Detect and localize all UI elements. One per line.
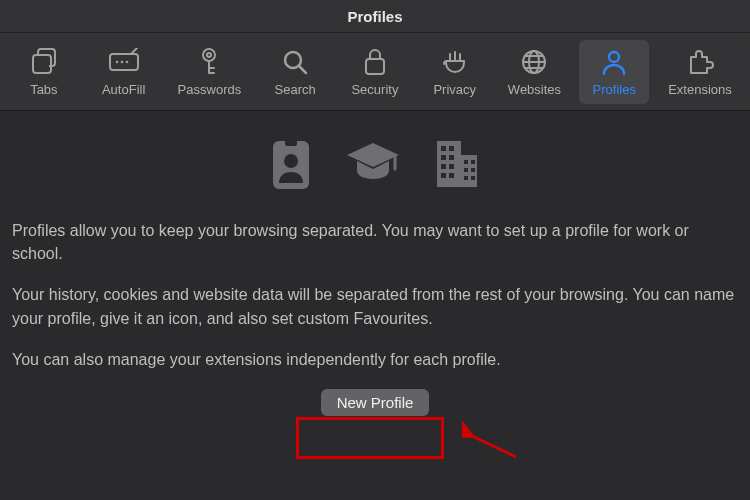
tab-label: Extensions bbox=[668, 82, 732, 97]
svg-rect-29 bbox=[464, 176, 468, 180]
tab-search[interactable]: Search bbox=[260, 40, 330, 104]
tab-label: Websites bbox=[508, 82, 561, 97]
badge-icon bbox=[271, 139, 311, 191]
new-profile-button[interactable]: New Profile bbox=[321, 389, 430, 416]
profiles-description-3: You can also manage your extensions inde… bbox=[12, 348, 738, 371]
svg-line-31 bbox=[470, 435, 516, 457]
svg-rect-17 bbox=[441, 146, 446, 151]
tabs-icon bbox=[28, 46, 60, 78]
tab-label: AutoFill bbox=[102, 82, 145, 97]
svg-rect-22 bbox=[449, 164, 454, 169]
svg-rect-0 bbox=[33, 55, 51, 73]
profiles-content: Profiles allow you to keep your browsing… bbox=[0, 111, 750, 500]
profiles-description-2: Your history, cookies and website data w… bbox=[12, 283, 738, 329]
svg-rect-27 bbox=[464, 168, 468, 172]
annotation-arrow bbox=[462, 417, 522, 463]
svg-rect-23 bbox=[441, 173, 446, 178]
preferences-window: Profiles Tabs AutoFill bbox=[0, 0, 750, 500]
svg-point-6 bbox=[207, 53, 211, 57]
privacy-icon bbox=[439, 46, 471, 78]
svg-rect-18 bbox=[449, 146, 454, 151]
svg-point-14 bbox=[284, 154, 298, 168]
tab-privacy[interactable]: Privacy bbox=[420, 40, 490, 104]
svg-rect-13 bbox=[285, 139, 297, 146]
svg-point-4 bbox=[125, 61, 128, 64]
svg-rect-8 bbox=[366, 59, 384, 74]
svg-rect-20 bbox=[449, 155, 454, 160]
websites-icon bbox=[518, 46, 550, 78]
search-icon bbox=[279, 46, 311, 78]
autofill-icon bbox=[108, 46, 140, 78]
passwords-icon bbox=[193, 46, 225, 78]
svg-rect-30 bbox=[471, 176, 475, 180]
tab-label: Security bbox=[351, 82, 398, 97]
preferences-toolbar: Tabs AutoFill bbox=[0, 33, 750, 111]
extensions-icon bbox=[684, 46, 716, 78]
svg-rect-26 bbox=[471, 160, 475, 164]
svg-rect-24 bbox=[449, 173, 454, 178]
tab-label: Profiles bbox=[593, 82, 636, 97]
svg-rect-1 bbox=[110, 54, 138, 70]
tab-security[interactable]: Security bbox=[340, 40, 410, 104]
svg-rect-19 bbox=[441, 155, 446, 160]
annotation-highlight bbox=[296, 417, 444, 459]
window-titlebar: Profiles bbox=[0, 0, 750, 33]
svg-rect-21 bbox=[441, 164, 446, 169]
tab-label: Search bbox=[275, 82, 316, 97]
svg-point-2 bbox=[115, 61, 118, 64]
tab-profiles[interactable]: Profiles bbox=[579, 40, 649, 104]
illustration-row bbox=[12, 139, 738, 191]
svg-rect-28 bbox=[471, 168, 475, 172]
tab-extensions[interactable]: Extensions bbox=[659, 40, 741, 104]
tab-passwords[interactable]: Passwords bbox=[168, 40, 250, 104]
tab-websites[interactable]: Websites bbox=[499, 40, 569, 104]
tab-tabs[interactable]: Tabs bbox=[9, 40, 79, 104]
svg-point-5 bbox=[203, 49, 215, 61]
profiles-icon bbox=[598, 46, 630, 78]
window-title: Profiles bbox=[347, 8, 402, 25]
building-icon bbox=[435, 139, 479, 191]
svg-point-3 bbox=[120, 61, 123, 64]
graduation-cap-icon bbox=[345, 139, 401, 191]
security-icon bbox=[359, 46, 391, 78]
tab-label: Passwords bbox=[178, 82, 242, 97]
profiles-description-1: Profiles allow you to keep your browsing… bbox=[12, 219, 738, 265]
svg-rect-25 bbox=[464, 160, 468, 164]
tab-label: Privacy bbox=[433, 82, 476, 97]
tab-autofill[interactable]: AutoFill bbox=[89, 40, 159, 104]
svg-point-11 bbox=[609, 52, 619, 62]
tab-label: Tabs bbox=[30, 82, 57, 97]
